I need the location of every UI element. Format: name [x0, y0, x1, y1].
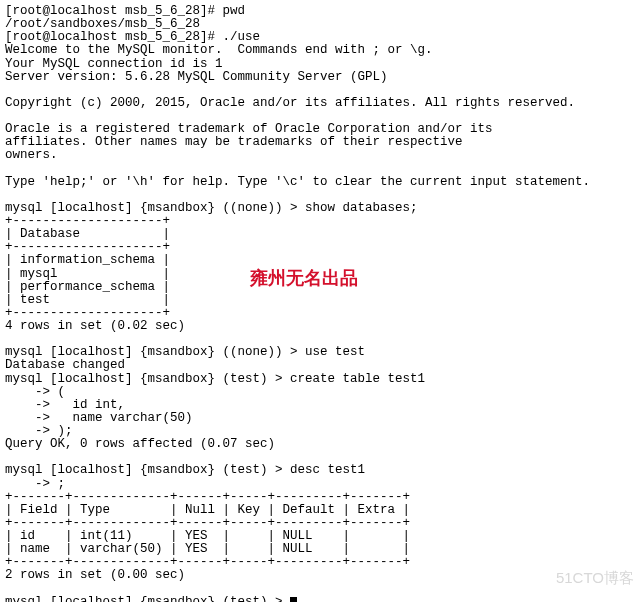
output-line: Oracle is a registered trademark of Orac… — [5, 122, 493, 136]
output-line: Your MySQL connection id is 1 — [5, 57, 223, 71]
table-border: +--------------------+ — [5, 306, 170, 320]
output-line: affiliates. Other names may be trademark… — [5, 135, 463, 149]
continuation-line: -> ); — [5, 424, 73, 438]
output-line: Database changed — [5, 358, 125, 372]
table-row: | mysql | — [5, 267, 170, 281]
cursor-icon — [290, 597, 297, 602]
output-line: Type 'help;' or '\h' for help. Type '\c'… — [5, 175, 590, 189]
prompt-line: [root@localhost msb_5_6_28]# ./use — [5, 30, 260, 44]
output-line: Server version: 5.6.28 MySQL Community S… — [5, 70, 388, 84]
continuation-line: -> ; — [5, 477, 65, 491]
output-line: owners. — [5, 148, 58, 162]
table-border: +--------------------+ — [5, 214, 170, 228]
table-row: | information_schema | — [5, 253, 170, 267]
result-line: 4 rows in set (0.02 sec) — [5, 319, 185, 333]
output-line: /root/sandboxes/msb_5_6_28 — [5, 17, 200, 31]
output-line: Copyright (c) 2000, 2015, Oracle and/or … — [5, 96, 575, 110]
table-row: | id | int(11) | YES | | NULL | | — [5, 529, 410, 543]
mysql-prompt: mysql [localhost] {msandbox} ((none)) > … — [5, 201, 418, 215]
continuation-line: -> id int, — [5, 398, 125, 412]
table-header: | Database | — [5, 227, 170, 241]
table-border: +-------+-------------+------+-----+----… — [5, 555, 410, 569]
mysql-prompt: mysql [localhost] {msandbox} (test) > de… — [5, 463, 365, 477]
continuation-line: -> ( — [5, 385, 65, 399]
site-watermark: 51CTO博客 — [556, 570, 634, 586]
mysql-prompt-active[interactable]: mysql [localhost] {msandbox} (test) > — [5, 595, 290, 602]
result-line: Query OK, 0 rows affected (0.07 sec) — [5, 437, 275, 451]
result-line: 2 rows in set (0.00 sec) — [5, 568, 185, 582]
table-border: +-------+-------------+------+-----+----… — [5, 490, 410, 504]
overlay-watermark: 雍州无名出品 — [250, 269, 358, 288]
mysql-prompt: mysql [localhost] {msandbox} ((none)) > … — [5, 345, 365, 359]
terminal-output[interactable]: [root@localhost msb_5_6_28]# pwd /root/s… — [5, 5, 637, 602]
continuation-line: -> name varchar(50) — [5, 411, 193, 425]
table-row: | name | varchar(50) | YES | | NULL | | — [5, 542, 410, 556]
table-border: +--------------------+ — [5, 240, 170, 254]
prompt-line: [root@localhost msb_5_6_28]# pwd — [5, 4, 245, 18]
table-border: +-------+-------------+------+-----+----… — [5, 516, 410, 530]
mysql-prompt: mysql [localhost] {msandbox} (test) > cr… — [5, 372, 425, 386]
output-line: Welcome to the MySQL monitor. Commands e… — [5, 43, 433, 57]
table-row: | test | — [5, 293, 170, 307]
table-row: | performance_schema | — [5, 280, 170, 294]
table-header: | Field | Type | Null | Key | Default | … — [5, 503, 410, 517]
